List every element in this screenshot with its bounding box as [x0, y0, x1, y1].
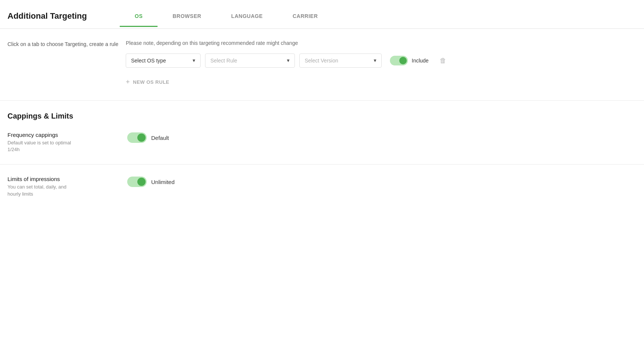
cappings-section: Cappings & Limits Frequency cappings Def…: [0, 101, 644, 216]
frequency-sublabel1: Default value is set to optimal: [7, 140, 127, 146]
tab-language[interactable]: LANGUAGE: [216, 7, 278, 27]
impressions-label: Limits of impressions: [7, 176, 127, 182]
frequency-toggle[interactable]: [127, 132, 147, 143]
tab-browser[interactable]: BROWSER: [158, 7, 216, 27]
frequency-sublabel2: 1/24h: [7, 146, 127, 153]
delete-rule-button[interactable]: 🗑: [437, 55, 449, 66]
select-version-wrapper: 1.0 2.0 ▼ Select Version: [299, 53, 382, 68]
note-text: Please note, depending on this targeting…: [126, 40, 633, 46]
impressions-control: Unlimited: [127, 176, 175, 187]
cappings-title: Cappings & Limits: [0, 112, 644, 132]
impressions-sublabel2: hourly limits: [7, 191, 127, 197]
impressions-value: Unlimited: [151, 179, 175, 185]
impressions-toggle[interactable]: [127, 177, 147, 187]
section-title: Additional Targeting: [0, 7, 120, 28]
section-header: Additional Targeting OS BROWSER LANGUAGE…: [0, 7, 644, 29]
frequency-label-group: Frequency cappings Default value is set …: [7, 132, 127, 153]
frequency-toggle-knob: [137, 134, 146, 142]
tabs-container: OS BROWSER LANGUAGE CARRIER: [120, 7, 644, 27]
sidebar-hint: Click on a tab to choose Targeting, crea…: [0, 40, 126, 89]
include-toggle-container: Include: [390, 56, 428, 65]
tab-carrier[interactable]: CARRIER: [278, 7, 333, 27]
frequency-value: Default: [151, 135, 169, 141]
main-content: Please note, depending on this targeting…: [126, 40, 644, 89]
page-container: Additional Targeting OS BROWSER LANGUAGE…: [0, 0, 644, 216]
frequency-control: Default: [127, 132, 169, 143]
trash-icon: 🗑: [440, 57, 446, 65]
frequency-label: Frequency cappings: [7, 132, 127, 138]
targeting-content-area: Click on a tab to choose Targeting, crea…: [0, 29, 644, 100]
include-toggle[interactable]: [390, 56, 408, 65]
tab-os[interactable]: OS: [120, 7, 158, 27]
additional-targeting-section: Additional Targeting OS BROWSER LANGUAGE…: [0, 0, 644, 100]
select-os-type[interactable]: Windows macOS iOS Android Linux: [126, 53, 201, 68]
new-os-rule-label: NEW OS RULE: [133, 79, 169, 85]
select-os-type-wrapper: Windows macOS iOS Android Linux ▼ Select…: [126, 53, 201, 68]
new-os-rule-button[interactable]: + NEW OS RULE: [126, 75, 169, 89]
include-label: Include: [412, 58, 428, 64]
select-rule-wrapper: Equals Contains ▼ Select Rule: [205, 53, 295, 68]
plus-icon: +: [126, 78, 130, 86]
rule-row: Windows macOS iOS Android Linux ▼ Select…: [126, 53, 633, 68]
impressions-sublabel1: You can set total, daily, and: [7, 184, 127, 190]
frequency-cappings-item: Frequency cappings Default value is set …: [0, 132, 644, 164]
select-version[interactable]: 1.0 2.0: [299, 53, 382, 68]
select-rule[interactable]: Equals Contains: [205, 53, 295, 68]
impressions-item: Limits of impressions You can set total,…: [0, 165, 644, 208]
impressions-label-group: Limits of impressions You can set total,…: [7, 176, 127, 197]
